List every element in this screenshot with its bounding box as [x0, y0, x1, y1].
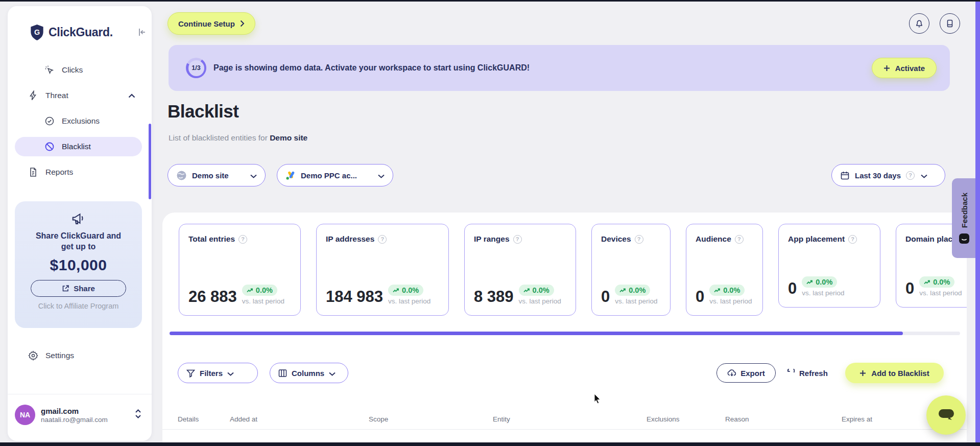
stat-delta: 0.0%: [402, 286, 419, 294]
column-header-exclusions[interactable]: Exclusions: [647, 409, 680, 430]
table-header-row: Details Added at Scope Entity Exclusions…: [162, 409, 967, 430]
page-title: Blacklist: [168, 101, 238, 122]
help-icon[interactable]: ?: [735, 235, 744, 244]
funnel-icon: [186, 369, 195, 378]
help-icon[interactable]: ?: [848, 235, 857, 244]
chevron-down-icon: [250, 171, 257, 180]
promo-amount: $10,000: [15, 256, 142, 274]
help-icon[interactable]: ?: [378, 235, 387, 244]
column-header-expires-at[interactable]: Expires at: [842, 409, 872, 430]
chat-bubble-icon: [937, 408, 955, 423]
sidebar-nav: Clicks Threat Exclusions Blacklist Repor…: [8, 60, 152, 188]
stat-label: Total entries: [188, 234, 235, 244]
sidebar-item-exclusions[interactable]: Exclusions: [8, 111, 152, 131]
cursor-click-icon: [44, 65, 55, 75]
column-header-reason[interactable]: Reason: [725, 409, 749, 430]
feedback-label: Feedback: [960, 193, 969, 228]
cloud-download-icon: [727, 369, 736, 377]
help-icon[interactable]: ?: [238, 235, 247, 244]
globe-icon: [176, 170, 187, 181]
sidebar-item-label: Threat: [45, 91, 68, 100]
stat-compare: vs. last period: [388, 297, 431, 306]
setup-progress-ring: 1/3: [186, 58, 206, 78]
stat-value: 0: [788, 279, 797, 298]
subtitle-site: Demo site: [270, 133, 307, 142]
chevron-down-icon: [921, 171, 927, 180]
stat-card-total-entries: Total entries? 26 883 0.0% vs. last peri…: [179, 224, 301, 316]
stat-value: 26 883: [188, 288, 237, 306]
sidebar-item-blacklist[interactable]: Blacklist: [15, 137, 142, 156]
ppc-account-value: Demo PPC ac...: [301, 171, 357, 180]
affiliate-promo-card[interactable]: Share ClickGuard and get up to $10,000 S…: [15, 201, 142, 328]
chevron-up-icon[interactable]: [128, 91, 135, 100]
trending-up-icon: [714, 288, 721, 293]
user-name: gmail.com: [41, 407, 108, 415]
stat-compare: vs. last period: [709, 297, 752, 306]
stat-value: 8 389: [474, 288, 514, 306]
trending-up-icon: [619, 288, 626, 293]
trending-up-icon: [806, 280, 813, 285]
unfold-icon[interactable]: [135, 409, 141, 421]
column-header-scope[interactable]: Scope: [369, 409, 388, 430]
svg-text:G: G: [34, 28, 40, 36]
stat-card-ip-ranges: IP ranges? 8 389 0.0% vs. last period: [464, 224, 576, 316]
shield-icon: G: [30, 25, 44, 40]
google-ads-icon: [285, 171, 296, 180]
column-header-added-at[interactable]: Added at: [230, 409, 257, 430]
docs-button[interactable]: [940, 13, 960, 34]
avatar: NA: [15, 405, 35, 425]
column-header-details[interactable]: Details: [178, 409, 199, 430]
bell-icon: [915, 19, 924, 28]
stat-card-devices: Devices? 0 0.0% vs. last period: [591, 224, 671, 316]
demo-data-banner: 1/3 Page is showing demo data. Activate …: [169, 45, 950, 91]
refresh-button[interactable]: Refresh: [786, 363, 828, 383]
sidebar-item-clicks[interactable]: Clicks: [8, 60, 152, 80]
sidebar-item-label: Blacklist: [62, 142, 91, 151]
stat-value: 0: [905, 279, 914, 298]
sidebar-item-threat[interactable]: Threat: [8, 86, 152, 105]
stat-delta: 0.0%: [256, 286, 273, 294]
user-email: naatali.ro@gmail.com: [41, 416, 108, 424]
columns-button[interactable]: Columns: [270, 363, 348, 383]
trending-up-icon: [523, 288, 530, 293]
activate-label: Activate: [895, 64, 925, 73]
site-selector-value: Demo site: [192, 171, 229, 180]
trending-up-icon: [924, 280, 930, 285]
share-label: Share: [74, 284, 95, 293]
chat-launcher[interactable]: [926, 395, 966, 435]
user-meta: gmail.com naatali.ro@gmail.com: [41, 407, 108, 424]
cards-scrollbar-thumb[interactable]: [170, 332, 903, 335]
brand-wordmark: ClickGuard.: [49, 26, 113, 39]
calendar-icon: [840, 171, 850, 180]
column-header-entity[interactable]: Entity: [493, 409, 510, 430]
activate-button[interactable]: Activate: [872, 58, 937, 78]
continue-setup-button[interactable]: Continue Setup: [168, 12, 255, 35]
stat-value: 184 983: [326, 288, 383, 306]
screen-edge-top: [0, 0, 980, 2]
notifications-button[interactable]: [909, 13, 929, 34]
help-icon[interactable]: ?: [513, 235, 522, 244]
add-to-blacklist-button[interactable]: Add to Blacklist: [845, 363, 944, 383]
collapse-sidebar-icon[interactable]: [136, 27, 148, 40]
stat-cards-row: Total entries? 26 883 0.0% vs. last peri…: [179, 224, 967, 316]
columns-label: Columns: [292, 369, 324, 378]
sidebar-item-reports[interactable]: Reports: [8, 162, 152, 182]
help-icon[interactable]: ?: [635, 235, 643, 244]
date-range-selector[interactable]: Last 30 days ?: [831, 164, 945, 186]
ppc-account-selector[interactable]: Demo PPC ac...: [277, 164, 393, 186]
page-vertical-scrollbar[interactable]: [975, 2, 980, 442]
stat-compare: vs. last period: [802, 289, 844, 298]
stat-card-audience: Audience? 0 0.0% vs. last period: [686, 224, 763, 316]
site-selector[interactable]: Demo site: [168, 164, 266, 186]
user-menu[interactable]: NA gmail.com naatali.ro@gmail.com: [15, 404, 145, 426]
sidebar-item-settings[interactable]: Settings: [28, 350, 74, 361]
refresh-label: Refresh: [799, 369, 828, 378]
stat-value: 0: [601, 288, 610, 306]
feedback-tab[interactable]: Feedback: [952, 178, 976, 258]
share-button[interactable]: Share: [31, 280, 126, 297]
sidebar-scrollbar[interactable]: [149, 124, 151, 199]
chevron-down-icon: [378, 171, 385, 180]
export-button[interactable]: Export: [716, 363, 776, 383]
stat-compare: vs. last period: [519, 297, 561, 306]
filters-button[interactable]: Filters: [178, 363, 258, 383]
